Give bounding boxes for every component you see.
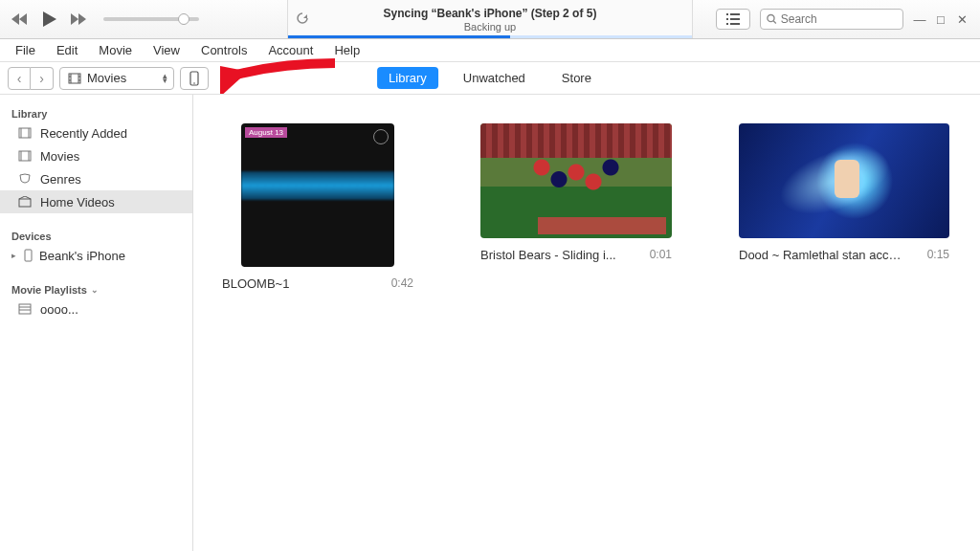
video-item[interactable]: Dood ~ Ramlethal stan acco... 0:15: [739, 123, 949, 262]
tab-library[interactable]: Library: [377, 67, 438, 89]
top-right-tools: — □ ✕: [693, 9, 980, 30]
sidebar-item-label: oooo...: [40, 302, 78, 317]
thumbnail-badge: August 13: [245, 127, 287, 138]
video-title: Dood ~ Ramlethal stan acco...: [739, 248, 902, 262]
close-button[interactable]: ✕: [955, 12, 969, 27]
search-input[interactable]: [781, 12, 897, 26]
device-button[interactable]: [180, 67, 209, 90]
sidebar-header-playlists: Movie Playlists ⌄: [0, 278, 192, 298]
svg-rect-8: [19, 304, 31, 314]
menu-help[interactable]: Help: [326, 41, 368, 59]
film-icon: [17, 125, 33, 141]
volume-slider[interactable]: [103, 17, 199, 21]
refresh-icon[interactable]: [296, 11, 309, 25]
menu-movie[interactable]: Movie: [91, 41, 140, 59]
video-duration: 0:15: [927, 248, 949, 262]
sidebar-item-label: Genres: [40, 172, 81, 187]
svg-rect-7: [25, 250, 32, 261]
sidebar-item-label: Beank's iPhone: [39, 249, 125, 263]
search-icon: [767, 13, 777, 25]
video-grid: August 13 BLOOMB~1 0:42 Bristol Bears - …: [193, 95, 980, 551]
sidebar-item-home-videos[interactable]: Home Videos: [0, 190, 192, 213]
video-item[interactable]: Bristol Bears - Sliding i... 0:01: [480, 123, 672, 262]
phone-icon: [189, 71, 199, 86]
svg-point-0: [768, 15, 774, 22]
window-controls: — □ ✕: [913, 12, 972, 27]
disclosure-triangle-icon[interactable]: ▸: [11, 251, 16, 260]
chevron-updown-icon: ▴▾: [163, 74, 167, 83]
list-view-button[interactable]: [716, 9, 750, 30]
sidebar-item-genres[interactable]: Genres: [0, 167, 192, 190]
player-topbar: Syncing “Beank's iPhone” (Step 2 of 5) B…: [0, 0, 980, 39]
main-area: Library Recently Added Movies Genres Hom…: [0, 95, 980, 551]
nav-forward-button[interactable]: ›: [31, 67, 54, 90]
svg-point-3: [193, 82, 195, 84]
sync-status-panel: Syncing “Beank's iPhone” (Step 2 of 5) B…: [287, 0, 693, 38]
sync-progress: [288, 35, 692, 38]
menu-file[interactable]: File: [8, 41, 43, 59]
menu-edit[interactable]: Edit: [49, 41, 85, 59]
sidebar-header-devices: Devices: [0, 225, 192, 244]
playback-controls: [0, 7, 287, 32]
video-title: BLOOMB~1: [222, 276, 289, 291]
video-thumbnail[interactable]: [480, 123, 672, 238]
minimize-button[interactable]: —: [913, 12, 926, 27]
menu-bar: File Edit Movie View Controls Account He…: [0, 39, 980, 62]
sidebar-item-label: Home Videos: [40, 195, 115, 209]
play-button[interactable]: [36, 7, 61, 32]
sync-title: Syncing “Beank's iPhone” (Step 2 of 5): [384, 7, 597, 20]
sidebar-item-movies[interactable]: Movies: [0, 144, 192, 167]
nav-back-button[interactable]: ‹: [8, 67, 31, 90]
sync-subtitle: Backing up: [464, 21, 516, 33]
svg-rect-6: [19, 199, 31, 207]
search-box[interactable]: [760, 9, 903, 30]
maximize-button[interactable]: □: [934, 12, 947, 27]
playlist-icon: [17, 301, 33, 317]
sidebar-item-label: Recently Added: [40, 126, 127, 141]
category-label: Movies: [87, 71, 126, 85]
sidebar-header-library: Library: [0, 102, 192, 121]
prev-track-button[interactable]: [10, 10, 29, 29]
nav-buttons: ‹ ›: [8, 67, 54, 90]
category-select[interactable]: Movies ▴▾: [59, 67, 174, 90]
phone-icon: [20, 248, 35, 263]
chevron-down-icon[interactable]: ⌄: [91, 285, 99, 295]
sidebar-item-recently-added[interactable]: Recently Added: [0, 121, 192, 144]
secondary-toolbar: ‹ › Movies ▴▾ Library Unwatched Store: [0, 62, 980, 95]
sidebar-item-playlist[interactable]: oooo...: [0, 298, 192, 320]
menu-controls[interactable]: Controls: [193, 41, 255, 59]
explicit-icon: [373, 129, 389, 144]
film-icon: [17, 148, 33, 164]
video-item[interactable]: August 13 BLOOMB~1 0:42: [222, 123, 413, 291]
video-title: Bristol Bears - Sliding i...: [480, 248, 616, 262]
menu-account[interactable]: Account: [260, 41, 321, 59]
film-icon: [68, 73, 81, 84]
video-thumbnail[interactable]: [739, 123, 949, 238]
sidebar-item-label: Movies: [40, 149, 79, 164]
video-duration: 0:42: [391, 276, 413, 291]
video-thumbnail[interactable]: August 13: [241, 123, 394, 267]
video-duration: 0:01: [650, 248, 672, 262]
next-track-button[interactable]: [69, 10, 88, 29]
volume-thumb[interactable]: [178, 13, 189, 25]
tab-unwatched[interactable]: Unwatched: [452, 67, 537, 89]
sidebar-item-device[interactable]: ▸ Beank's iPhone: [0, 244, 192, 267]
sidebar: Library Recently Added Movies Genres Hom…: [0, 95, 193, 551]
view-tabs: Library Unwatched Store: [377, 67, 603, 89]
menu-view[interactable]: View: [145, 41, 188, 59]
home-video-icon: [17, 194, 33, 209]
tab-store[interactable]: Store: [550, 67, 603, 89]
masks-icon: [17, 171, 33, 187]
